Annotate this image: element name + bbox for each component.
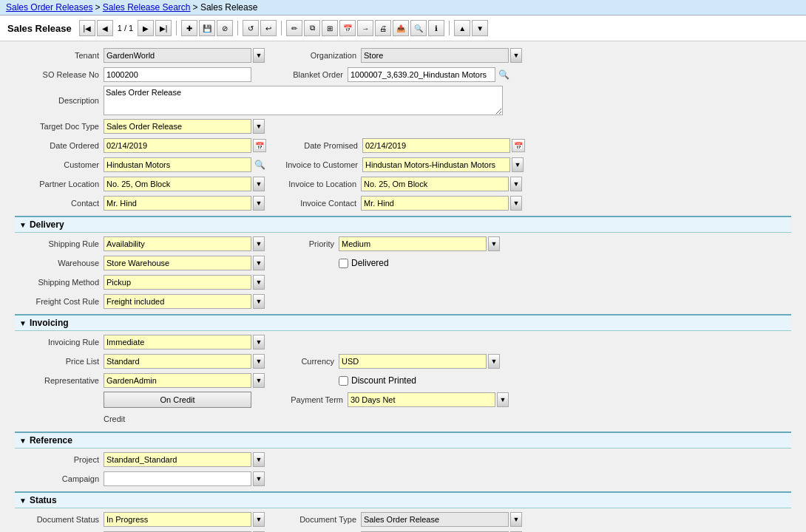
grid-btn[interactable]: ⊞ <box>322 20 338 36</box>
nav-next-btn[interactable]: ▶ <box>138 20 154 36</box>
new-btn[interactable]: ✚ <box>181 20 197 36</box>
export-btn[interactable]: 📤 <box>393 20 409 36</box>
shipping-method-dropdown[interactable]: ▼ <box>253 275 265 290</box>
doc-type-label: Document Type <box>294 515 361 524</box>
up-btn[interactable]: ▲ <box>454 20 470 36</box>
invoicing-toggle-icon: ▼ <box>19 319 27 327</box>
campaign-dropdown[interactable]: ▼ <box>253 471 265 486</box>
cal-btn[interactable]: 📅 <box>339 20 356 36</box>
so-release-input[interactable] <box>104 67 251 82</box>
target-doc-field: ▼ <box>104 119 265 134</box>
doc-type-dropdown[interactable]: ▼ <box>510 512 522 527</box>
freight-cost-rule-dropdown[interactable]: ▼ <box>253 294 265 309</box>
organization-dropdown[interactable]: ▼ <box>510 48 522 63</box>
refresh-btn[interactable]: ↺ <box>243 20 259 36</box>
edit-btn[interactable]: ✏ <box>286 20 302 36</box>
organization-field: ▼ <box>361 48 522 63</box>
warehouse-input[interactable] <box>104 256 251 270</box>
customer-row: Customer 🔍 Invoice to Customer ▼ <box>15 157 791 173</box>
print-btn[interactable]: 🖨 <box>375 20 391 36</box>
doc-status-dropdown[interactable]: ▼ <box>253 512 265 527</box>
search-btn[interactable]: 🔍 <box>410 20 427 36</box>
on-credit-btn[interactable]: On Credit <box>104 392 251 408</box>
priority-dropdown[interactable]: ▼ <box>488 236 500 251</box>
representative-row: Representative ▼ Discount Printed <box>15 372 791 389</box>
nav-prev-btn[interactable]: ◀ <box>97 20 113 36</box>
doc-status-input[interactable] <box>104 512 251 527</box>
target-doc-input[interactable] <box>104 119 251 134</box>
currency-input[interactable] <box>339 354 487 369</box>
discount-printed-field: Discount Printed <box>339 375 416 386</box>
blanket-order-input[interactable] <box>348 67 495 82</box>
date-ordered-cal[interactable]: 📅 <box>253 139 266 152</box>
payment-term-dropdown[interactable]: ▼ <box>497 392 509 407</box>
doc-status-field: ▼ <box>104 512 265 527</box>
price-list-field: ▼ <box>104 354 265 369</box>
organization-input[interactable] <box>361 48 509 63</box>
discount-printed-label: Discount Printed <box>351 375 416 386</box>
shipping-method-input[interactable] <box>104 275 251 290</box>
date-ordered-input[interactable] <box>104 138 251 153</box>
down-btn[interactable]: ▼ <box>472 20 488 36</box>
invoice-contact-input[interactable] <box>361 196 509 211</box>
price-list-dropdown[interactable]: ▼ <box>253 354 265 369</box>
price-list-input[interactable] <box>104 354 251 369</box>
freight-cost-rule-input[interactable] <box>104 294 251 309</box>
customer-search[interactable]: 🔍 <box>253 158 266 171</box>
shipping-rule-input[interactable] <box>104 236 251 251</box>
date-promised-input[interactable] <box>362 138 510 153</box>
contact-row: Contact ▼ Invoice Contact ▼ <box>15 195 791 211</box>
blanket-order-field: 🔍 <box>348 67 510 82</box>
info-btn[interactable]: ℹ <box>428 20 444 36</box>
campaign-input[interactable] <box>104 471 251 486</box>
invoice-to-location-dropdown[interactable]: ▼ <box>510 177 522 191</box>
invoice-to-customer-input[interactable] <box>362 157 510 172</box>
tenant-dropdown[interactable]: ▼ <box>253 48 265 63</box>
save-btn[interactable]: 💾 <box>199 20 215 36</box>
doc-type-input[interactable] <box>361 512 509 527</box>
payment-term-input[interactable] <box>348 392 495 407</box>
warehouse-dropdown[interactable]: ▼ <box>253 256 265 270</box>
discount-printed-checkbox[interactable] <box>339 376 348 386</box>
shipping-rule-dropdown[interactable]: ▼ <box>253 236 265 251</box>
project-input[interactable] <box>104 452 251 467</box>
breadcrumb-link-2[interactable]: Sales Release Search <box>103 2 191 13</box>
description-textarea[interactable] <box>104 86 503 115</box>
tenant-input[interactable] <box>104 48 251 63</box>
partner-location-dropdown[interactable]: ▼ <box>253 177 265 191</box>
representative-input[interactable] <box>104 373 251 388</box>
delivery-section-header[interactable]: ▼ Delivery <box>15 216 791 233</box>
copy-btn[interactable]: ⧉ <box>304 20 320 36</box>
so-release-label: SO Release No <box>15 70 104 79</box>
arrow-btn[interactable]: → <box>357 20 373 36</box>
shipping-method-label: Shipping Method <box>15 278 104 287</box>
breadcrumb-link-1[interactable]: Sales Order Releases <box>6 2 92 13</box>
invoicing-rule-input[interactable] <box>104 335 251 349</box>
date-promised-field: 📅 <box>362 138 525 153</box>
project-dropdown[interactable]: ▼ <box>253 452 265 467</box>
currency-dropdown[interactable]: ▼ <box>488 354 500 369</box>
contact-input[interactable] <box>104 196 251 211</box>
invoice-to-location-input[interactable] <box>361 177 509 191</box>
invoicing-rule-dropdown[interactable]: ▼ <box>253 335 265 349</box>
description-field <box>104 86 503 115</box>
customer-label: Customer <box>15 160 104 169</box>
delete-btn[interactable]: ⊘ <box>217 20 233 36</box>
target-doc-dropdown[interactable]: ▼ <box>253 119 265 134</box>
nav-last-btn[interactable]: ▶| <box>155 20 172 36</box>
priority-input[interactable] <box>339 236 487 251</box>
invoice-contact-dropdown[interactable]: ▼ <box>510 196 522 211</box>
nav-first-btn[interactable]: |◀ <box>79 20 95 36</box>
blanket-order-search[interactable]: 🔍 <box>497 68 510 81</box>
date-promised-cal[interactable]: 📅 <box>512 139 525 152</box>
invoice-to-customer-dropdown[interactable]: ▼ <box>512 157 524 172</box>
contact-dropdown[interactable]: ▼ <box>253 196 265 211</box>
customer-input[interactable] <box>104 157 251 172</box>
delivered-checkbox[interactable] <box>339 259 348 268</box>
partner-location-input[interactable] <box>104 177 251 191</box>
reference-section-header[interactable]: ▼ Reference <box>15 432 791 449</box>
status-section-header[interactable]: ▼ Status <box>15 491 791 508</box>
invoicing-section-header[interactable]: ▼ Invoicing <box>15 314 791 331</box>
representative-dropdown[interactable]: ▼ <box>253 373 265 388</box>
undo-btn[interactable]: ↩ <box>260 20 277 36</box>
